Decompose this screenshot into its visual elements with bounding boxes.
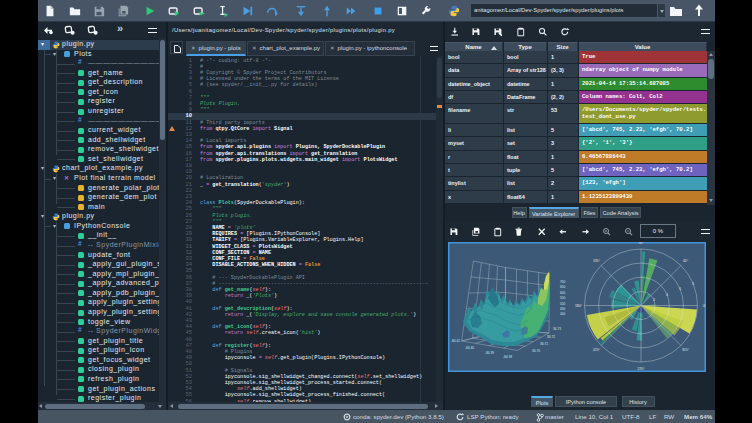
- svg-text:700: 700: [560, 280, 566, 284]
- svg-text:-84.39: -84.39: [485, 351, 494, 355]
- svg-text:36.72: 36.72: [547, 335, 555, 339]
- svg-text:450: 450: [560, 307, 566, 311]
- svg-text:315°: 315°: [682, 348, 690, 352]
- svg-text:36.71: 36.71: [540, 342, 548, 346]
- svg-text:500: 500: [560, 302, 566, 306]
- svg-text:650: 650: [560, 285, 566, 289]
- svg-text:36.70: 36.70: [532, 349, 540, 353]
- svg-text:-84.40: -84.40: [465, 346, 474, 350]
- svg-text:90°: 90°: [638, 242, 644, 245]
- svg-text:550: 550: [560, 296, 566, 300]
- svg-text:45°: 45°: [683, 259, 689, 263]
- svg-text:270°: 270°: [637, 367, 645, 371]
- svg-text:225°: 225°: [593, 348, 601, 352]
- svg-text:135°: 135°: [593, 259, 601, 263]
- svg-text:0°: 0°: [703, 304, 706, 308]
- svg-text:600: 600: [560, 291, 566, 295]
- svg-text:-84.41: -84.41: [451, 339, 460, 343]
- svg-text:180°: 180°: [575, 304, 583, 308]
- svg-text:400: 400: [560, 312, 566, 316]
- svg-text:36.73: 36.73: [553, 327, 561, 331]
- svg-text:-84.38: -84.38: [503, 355, 512, 359]
